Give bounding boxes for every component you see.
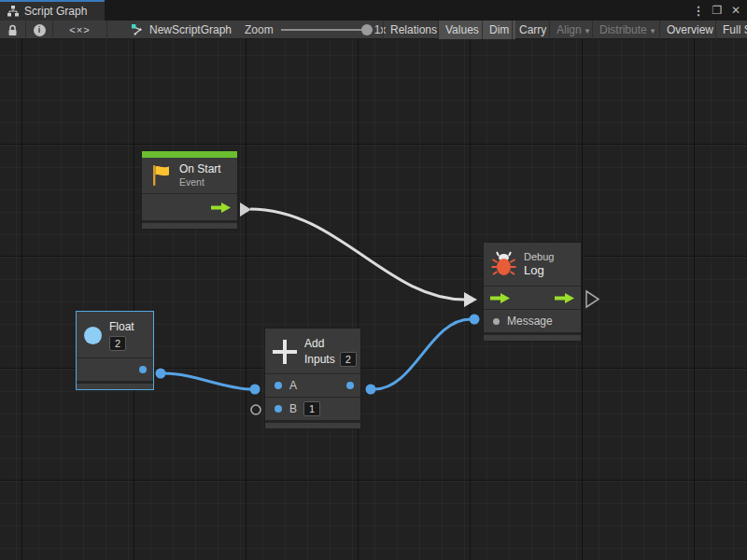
node-add[interactable]: Add Inputs 2 A B 1	[264, 328, 361, 429]
node-title: Float	[109, 320, 134, 334]
dim-label: Dim	[489, 23, 509, 36]
node-subtitle: Event	[179, 176, 221, 189]
flow-port-row	[484, 286, 581, 309]
align-button[interactable]: Align▾	[549, 21, 596, 39]
node-footer	[484, 332, 581, 341]
zoom-control: Zoom 1x	[245, 21, 386, 39]
values-label: Values	[445, 23, 479, 36]
node-header: Add Inputs 2	[265, 329, 360, 373]
node-on-start[interactable]: On Start Event	[141, 150, 238, 230]
flow-input-port[interactable]	[490, 292, 510, 304]
node-float[interactable]: Float 2	[76, 311, 154, 390]
flow-output-port[interactable]	[211, 202, 231, 214]
code-icon: <×>	[69, 24, 90, 35]
overview-button[interactable]: Overview	[659, 21, 720, 39]
carry-label: Carry	[519, 23, 546, 36]
port-label: Message	[507, 315, 553, 328]
node-footer	[265, 420, 360, 428]
input-port-a[interactable]	[275, 382, 282, 389]
port-row	[142, 193, 237, 220]
node-debug-log[interactable]: Debug Log Message	[483, 242, 582, 342]
hierarchy-icon	[7, 6, 19, 17]
node-header: Float 2	[77, 312, 153, 357]
plus-icon	[273, 340, 297, 364]
fullscreen-label: Full Screen	[723, 23, 747, 36]
align-label: Align	[557, 23, 582, 36]
maximize-icon[interactable]: ❐	[710, 4, 725, 17]
node-title: Add	[304, 337, 357, 351]
inputs-count-field[interactable]: 2	[340, 352, 357, 367]
port-b-value-field[interactable]: 1	[303, 401, 320, 416]
distribute-button[interactable]: Distribute▾	[592, 21, 661, 39]
chevron-down-icon: ▾	[651, 26, 655, 35]
graph-name[interactable]: NewScriptGraph	[131, 21, 232, 39]
carry-button[interactable]: Carry	[512, 21, 553, 39]
graph-asset-icon	[131, 23, 144, 36]
close-icon[interactable]: ✕	[728, 4, 743, 17]
zoom-slider-handle[interactable]	[361, 24, 373, 35]
info-icon: i	[34, 24, 46, 36]
node-header: On Start Event	[142, 158, 237, 193]
port-a-label: A	[289, 379, 297, 392]
port-row	[77, 357, 153, 381]
node-title: Log	[524, 263, 554, 278]
script-graph-window: Script Graph ⋮ ❐ ✕ i <×>	[0, 0, 747, 560]
node-footer	[142, 220, 237, 229]
zoom-slider[interactable]	[281, 29, 367, 31]
port-row-a: A	[265, 373, 360, 397]
inspect-button[interactable]: i	[26, 21, 53, 39]
float-circle-icon	[84, 327, 102, 344]
message-input-port[interactable]	[493, 318, 500, 325]
node-footer	[77, 381, 153, 389]
graph-canvas[interactable]	[0, 39, 747, 560]
input-port-b[interactable]	[275, 405, 282, 413]
fullscreen-button[interactable]: Full Screen	[715, 21, 747, 39]
port-row-b: B 1	[265, 397, 360, 420]
port-b-label: B	[289, 402, 297, 415]
values-button[interactable]: Values	[438, 21, 486, 39]
distribute-label: Distribute	[599, 23, 647, 36]
value-output-port[interactable]	[139, 366, 147, 373]
graph-name-label: NewScriptGraph	[149, 23, 232, 36]
overview-label: Overview	[667, 23, 713, 36]
inputs-label: Inputs	[304, 353, 335, 367]
tab-script-graph[interactable]: Script Graph	[0, 0, 105, 21]
tab-label: Script Graph	[24, 5, 87, 18]
graph-toolbar: i <×> NewScriptGraph Zoom 1x Relations V…	[0, 21, 747, 39]
flow-output-port[interactable]	[555, 292, 574, 304]
flag-icon	[149, 163, 172, 188]
zoom-label: Zoom	[245, 23, 274, 36]
tab-bar: Script Graph ⋮ ❐ ✕	[0, 0, 747, 21]
chevron-down-icon: ▾	[585, 26, 590, 35]
relations-button[interactable]: Relations	[383, 21, 444, 39]
window-controls: ⋮ ❐ ✕	[691, 0, 743, 21]
lock-button[interactable]	[0, 21, 26, 39]
message-port-row: Message	[484, 309, 581, 332]
node-title: On Start	[179, 162, 221, 176]
lock-icon	[7, 24, 18, 36]
bug-icon	[491, 251, 516, 277]
node-header: Debug Log	[484, 243, 581, 286]
sum-output-port[interactable]	[346, 382, 354, 389]
node-category: Debug	[524, 250, 554, 263]
dim-button[interactable]: Dim	[482, 21, 515, 39]
edit-source-button[interactable]: <×>	[53, 21, 107, 39]
float-value-field[interactable]: 2	[109, 336, 126, 351]
menu-icon[interactable]: ⋮	[691, 4, 706, 18]
event-color-bar	[142, 151, 237, 158]
relations-label: Relations	[390, 23, 437, 36]
